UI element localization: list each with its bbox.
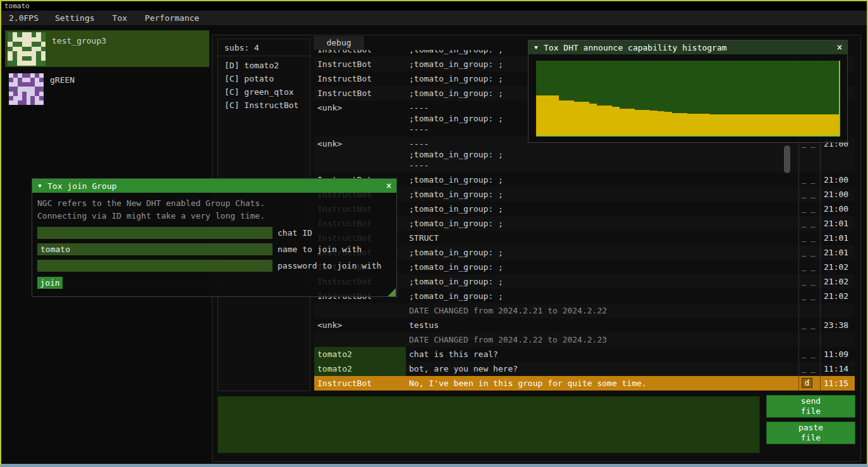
- histogram-bar: [566, 100, 574, 135]
- message-time: 21:00: [820, 173, 855, 187]
- subs-member[interactable]: [C] green_qtox: [218, 85, 310, 99]
- menu-performance[interactable]: Performance: [136, 13, 208, 23]
- histogram-window-title: Tox DHT announce capability histogram: [544, 43, 832, 52]
- message-flags: _ _: [798, 187, 820, 202]
- group-name: test_group3: [52, 36, 106, 67]
- message-time: 21:02: [820, 289, 855, 303]
- histogram-bar: [793, 114, 801, 135]
- chat-message-row[interactable]: InstructBotNo, I've been in this group f…: [314, 376, 855, 391]
- message-text: ;tomato_in_group: ;: [406, 202, 798, 216]
- chat-id-input[interactable]: [37, 227, 272, 239]
- histogram-bar: [559, 100, 566, 135]
- message-input[interactable]: [217, 396, 760, 453]
- message-flags: _ _: [798, 231, 820, 245]
- histogram-bar: [680, 113, 687, 135]
- histogram-bar: [778, 114, 786, 135]
- join-group-window: ▼ Tox join Group × NGC refers to the New…: [32, 178, 397, 297]
- tab-debug[interactable]: debug: [314, 36, 364, 50]
- send-file-button[interactable]: send file: [766, 395, 855, 418]
- message-author: <unk>: [314, 318, 406, 332]
- menu-tox[interactable]: Tox: [104, 13, 136, 23]
- collapse-icon[interactable]: ▼: [32, 183, 47, 189]
- histogram-bar: [574, 102, 582, 135]
- histogram-bar: [748, 114, 755, 135]
- message-text: No, I've been in this group for quite so…: [406, 376, 798, 391]
- join-name-input[interactable]: [37, 243, 272, 255]
- field-label: name to join with: [278, 245, 362, 254]
- close-icon[interactable]: ×: [832, 40, 847, 54]
- chat-message-row[interactable]: tomato2bot, are you new here?_ _11:14: [314, 361, 855, 376]
- histogram-bar: [620, 109, 627, 135]
- close-icon[interactable]: ×: [381, 179, 396, 193]
- histogram-bar: [604, 106, 612, 135]
- histogram-bar: [801, 114, 809, 135]
- histogram-bar: [786, 114, 793, 135]
- subs-member[interactable]: [D] tomato2: [218, 59, 310, 72]
- message-flags: _ _: [798, 274, 820, 289]
- message-flags: _ _: [798, 318, 820, 332]
- chat-scrollbar[interactable]: [784, 145, 790, 173]
- message-text: ;tomato_in_group: ;: [406, 289, 798, 303]
- fps-counter: 2.0FPS: [1, 13, 46, 23]
- histogram-bar: [582, 102, 589, 135]
- message-flags: _ _: [798, 202, 820, 216]
- message-time: 21:02: [820, 260, 855, 274]
- histogram-bar: [702, 114, 710, 135]
- join-window-title: Tox join Group: [47, 181, 381, 191]
- subs-member-list: [D] tomato2[C] potato[C] green_qtox[C] I…: [218, 59, 310, 112]
- message-flags: [798, 303, 820, 318]
- join-button[interactable]: join: [37, 277, 63, 289]
- menu-settings[interactable]: Settings: [46, 13, 104, 23]
- subs-member[interactable]: [C] InstructBot: [218, 99, 310, 112]
- histogram-bar: [612, 107, 620, 135]
- chat-message-row[interactable]: tomato2chat is this real?_ _11:09: [314, 347, 855, 361]
- sidebar-group-green[interactable]: gREEN: [5, 70, 209, 107]
- message-text: ;tomato_in_group: ;: [406, 260, 798, 274]
- message-flags: d: [798, 376, 820, 391]
- message-author: InstructBot: [314, 86, 406, 100]
- group-name: gREEN: [50, 75, 75, 107]
- histogram-bar: [642, 110, 650, 135]
- sidebar-group-test-group3[interactable]: test_group3: [5, 30, 209, 67]
- field-label: password to join with: [278, 261, 381, 270]
- message-author: InstructBot: [314, 376, 406, 391]
- join-window-body: NGC refers to the New DHT enabled Group …: [32, 193, 396, 297]
- chat-date-row[interactable]: DATE CHANGED from 2024.2.21 to 2024.2.22: [314, 303, 855, 318]
- group-avatar-icon: [9, 73, 44, 105]
- histogram-bar: [635, 110, 642, 135]
- message-text: DATE CHANGED from 2024.2.22 to 2024.2.23: [406, 332, 798, 347]
- chat-date-row[interactable]: DATE CHANGED from 2024.2.22 to 2024.2.23: [314, 332, 855, 347]
- message-time: 11:09: [820, 347, 855, 361]
- message-time: 21:01: [820, 245, 855, 260]
- message-text: ;tomato_in_group: ;: [406, 216, 798, 231]
- chat-message-row[interactable]: <unk>testus_ _23:38: [314, 318, 855, 332]
- histogram-window-titlebar[interactable]: ▼ Tox DHT announce capability histogram …: [529, 40, 847, 54]
- message-author: [314, 303, 406, 318]
- message-author: <unk>: [314, 136, 406, 151]
- subs-count: subs: 4: [218, 39, 310, 56]
- join-password-input[interactable]: [37, 260, 272, 272]
- message-time: [820, 332, 855, 347]
- histogram-bar: [733, 114, 740, 135]
- collapse-icon[interactable]: ▼: [529, 44, 544, 51]
- join-window-titlebar[interactable]: ▼ Tox join Group ×: [32, 179, 396, 193]
- histogram-bar: [589, 104, 597, 135]
- histogram-bar: [816, 114, 824, 135]
- resize-grip[interactable]: [388, 288, 396, 296]
- paste-file-button[interactable]: paste file: [766, 422, 855, 444]
- histogram-bar: [544, 95, 551, 135]
- message-author: tomato2: [314, 361, 406, 376]
- message-text: STRUCT: [406, 231, 798, 245]
- message-flags: [798, 332, 820, 347]
- message-text: ;tomato_in_group: ;: [406, 187, 798, 202]
- separator: [218, 56, 310, 56]
- subs-member[interactable]: [C] potato: [218, 72, 310, 85]
- histogram-plot: [536, 61, 840, 136]
- message-time: 21:02: [820, 274, 855, 289]
- message-time: 21:00: [820, 202, 855, 216]
- histogram-bar: [755, 114, 763, 135]
- histogram-bar: [551, 95, 559, 135]
- menubar: 2.0FPS Settings Tox Performance: [1, 11, 867, 26]
- message-text: chat is this real?: [406, 347, 798, 361]
- histogram-bar: [710, 114, 718, 135]
